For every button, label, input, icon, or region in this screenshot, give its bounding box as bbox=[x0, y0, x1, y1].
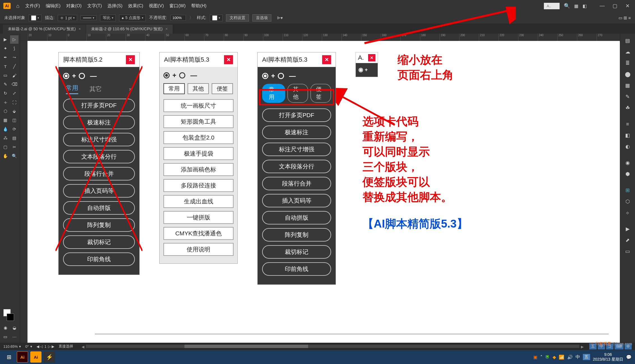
p1-btn-3[interactable]: 文本段落分行 bbox=[63, 150, 135, 163]
close-button[interactable]: ✕ bbox=[368, 54, 375, 61]
taskbar-ai-1[interactable]: Ai bbox=[17, 351, 28, 363]
swatches-icon[interactable]: ▦ bbox=[623, 81, 632, 90]
p3-btn-1[interactable]: 极速标注 bbox=[262, 126, 331, 139]
libraries-icon[interactable]: ☁ bbox=[623, 47, 632, 57]
artboard-nav[interactable]: ◀ ◁ 1 ▷ ▶ bbox=[36, 344, 54, 349]
tray-notification-icon[interactable]: 💬 bbox=[626, 354, 632, 360]
transform-icon[interactable]: ⟐ bbox=[623, 208, 632, 217]
p2-btn-5[interactable]: 多段路径连接 bbox=[163, 179, 234, 192]
color-icon[interactable]: ⬤ bbox=[623, 69, 632, 79]
links-icon[interactable]: ⬈ bbox=[623, 235, 632, 245]
home-icon[interactable]: ⌂ bbox=[16, 3, 20, 9]
rotate-tool[interactable]: ↻ bbox=[1, 89, 10, 98]
menu-help[interactable]: 帮助(H) bbox=[191, 3, 206, 9]
p1-btn-1[interactable]: 极速标注 bbox=[63, 116, 135, 129]
ruler-origin[interactable] bbox=[20, 34, 27, 41]
panel-toggle-icon[interactable]: ▭ ⊞ ≡ bbox=[618, 15, 631, 20]
brushes-icon[interactable]: ✎ bbox=[623, 92, 632, 101]
draw-mode-normal[interactable]: ◉ bbox=[1, 324, 10, 332]
eyedropper-tool[interactable]: 💧 bbox=[1, 125, 10, 133]
p3-btn-0[interactable]: 打开多页PDF bbox=[262, 108, 331, 122]
more-icon[interactable]: » bbox=[129, 86, 132, 92]
p2-btn-2[interactable]: 包装盒型2.0 bbox=[163, 131, 234, 144]
transparency-icon[interactable]: ◐ bbox=[623, 142, 632, 151]
close-button[interactable]: ✕ bbox=[224, 55, 233, 64]
artboards-icon[interactable]: ▭ bbox=[623, 247, 632, 256]
draw-mode-behind[interactable]: ◒ bbox=[10, 324, 19, 332]
brush-tool[interactable]: 🖌 bbox=[10, 71, 19, 80]
arrange-icon[interactable]: ▦ bbox=[574, 3, 578, 9]
search-input-top[interactable]: A.. bbox=[544, 3, 560, 9]
symbols-icon[interactable]: ☘ bbox=[623, 103, 632, 113]
p1-btn-4[interactable]: 段落行合并 bbox=[63, 167, 135, 180]
fill-swatch[interactable]: ▾ bbox=[29, 15, 41, 21]
p2-btn-4[interactable]: 添加画稿色标 bbox=[163, 163, 234, 176]
p3-btn-6[interactable]: 自动拼版 bbox=[262, 211, 331, 224]
type-tool[interactable]: T bbox=[1, 62, 10, 71]
graph-tool[interactable]: ▤ bbox=[10, 134, 19, 142]
align-icon[interactable]: ⊞ bbox=[623, 186, 632, 195]
close-button[interactable]: ✕ bbox=[322, 55, 331, 64]
eraser-tool[interactable]: ⌫ bbox=[10, 80, 19, 89]
stroke-icon[interactable]: ≡ bbox=[623, 119, 632, 129]
menu-object[interactable]: 对象(O) bbox=[66, 3, 82, 9]
p1-btn-0[interactable]: 打开多页PDF bbox=[63, 99, 135, 112]
style-swatch[interactable]: ▾ bbox=[210, 15, 223, 21]
p2-btn-9[interactable]: 使用说明 bbox=[163, 243, 234, 256]
scrollbar-horizontal[interactable]: ◀▶ bbox=[86, 345, 579, 348]
p2-btn-3[interactable]: 极速手提袋 bbox=[163, 147, 234, 160]
tray-network-icon[interactable]: 📶 bbox=[559, 354, 564, 360]
prefs-button[interactable]: 首选项 bbox=[252, 14, 271, 22]
canvas[interactable]: 2010010203040506070809010011012013014015… bbox=[20, 34, 620, 343]
perspective-tool[interactable]: ⬙ bbox=[10, 107, 19, 115]
p3-btn-8[interactable]: 裁切标记 bbox=[262, 245, 331, 259]
taskbar-app-3[interactable]: ⚡ bbox=[44, 351, 55, 363]
blend-tool[interactable]: ⟳ bbox=[10, 125, 19, 133]
rectangle-tool[interactable]: ▭ bbox=[1, 71, 10, 80]
gradient-tool[interactable]: ◫ bbox=[10, 116, 19, 124]
radio-on[interactable] bbox=[163, 72, 170, 78]
radio-off[interactable] bbox=[179, 72, 185, 78]
shape-builder-tool[interactable]: ⬡ bbox=[1, 107, 10, 115]
p3-btn-3[interactable]: 文本段落分行 bbox=[262, 160, 331, 173]
symbol-sprayer-tool[interactable]: ⁂ bbox=[1, 134, 10, 142]
shaper-tool[interactable]: ✎ bbox=[1, 80, 10, 89]
tab-common[interactable]: 常用 bbox=[66, 84, 78, 94]
window-close[interactable]: ✕ bbox=[623, 3, 632, 9]
tray-chevron[interactable]: ˄ bbox=[540, 354, 542, 360]
tab-notes[interactable]: 便签 bbox=[212, 83, 233, 94]
tab-notes[interactable]: 便签 bbox=[310, 84, 331, 103]
p1-btn-8[interactable]: 裁切标记 bbox=[63, 235, 135, 249]
artboard-tool[interactable]: ▢ bbox=[1, 143, 10, 151]
ruler-vertical[interactable] bbox=[20, 41, 27, 343]
taskbar-clock[interactable]: 9:06 2023/8/13 星期日 bbox=[593, 352, 623, 362]
brush-preset[interactable]: ● 5 点圆形▾ bbox=[119, 15, 146, 21]
stroke-style[interactable]: ▾ bbox=[80, 15, 97, 20]
line-tool[interactable]: ╱ bbox=[10, 62, 19, 71]
gradient-icon[interactable]: ◧ bbox=[623, 131, 632, 140]
opacity-input[interactable] bbox=[170, 15, 186, 21]
search-icon[interactable]: 🔍 bbox=[564, 3, 570, 9]
tray-app-2[interactable]: ◆ bbox=[553, 354, 556, 360]
hand-tool[interactable]: ✋ bbox=[1, 152, 10, 160]
radio-on[interactable] bbox=[63, 73, 69, 79]
p1-btn-9[interactable]: 印前角线 bbox=[63, 252, 135, 266]
p1-btn-2[interactable]: 标注尺寸增强 bbox=[63, 133, 135, 146]
direct-selection-tool[interactable]: ▷ bbox=[10, 35, 19, 44]
menu-file[interactable]: 文件(F) bbox=[25, 3, 40, 9]
selection-tool[interactable]: ▶ bbox=[1, 35, 10, 44]
menu-select[interactable]: 选择(S) bbox=[107, 3, 122, 9]
window-maximize[interactable]: ▢ bbox=[611, 3, 619, 9]
properties-icon[interactable]: ▤ bbox=[623, 36, 632, 45]
scale-mode[interactable]: 等比▾ bbox=[100, 15, 116, 21]
p2-btn-6[interactable]: 生成出血线 bbox=[163, 195, 234, 208]
p1-btn-5[interactable]: 插入页码等 bbox=[63, 184, 135, 198]
scale-tool[interactable]: ⤢ bbox=[10, 89, 19, 98]
p2-btn-7[interactable]: 一键拼版 bbox=[163, 211, 234, 224]
slice-tool[interactable]: ✂ bbox=[10, 143, 19, 151]
tray-ime-zh[interactable]: 中 bbox=[576, 354, 580, 360]
doc-tab-1[interactable]: 未标题-2.ai @ 50 % (CMYK/CPU 预览)× bbox=[3, 25, 86, 34]
p2-btn-8[interactable]: CMYK查找潘通色 bbox=[163, 227, 234, 240]
screen-mode[interactable]: ▭ bbox=[1, 333, 10, 341]
tab-common[interactable]: 常用 bbox=[262, 84, 285, 103]
